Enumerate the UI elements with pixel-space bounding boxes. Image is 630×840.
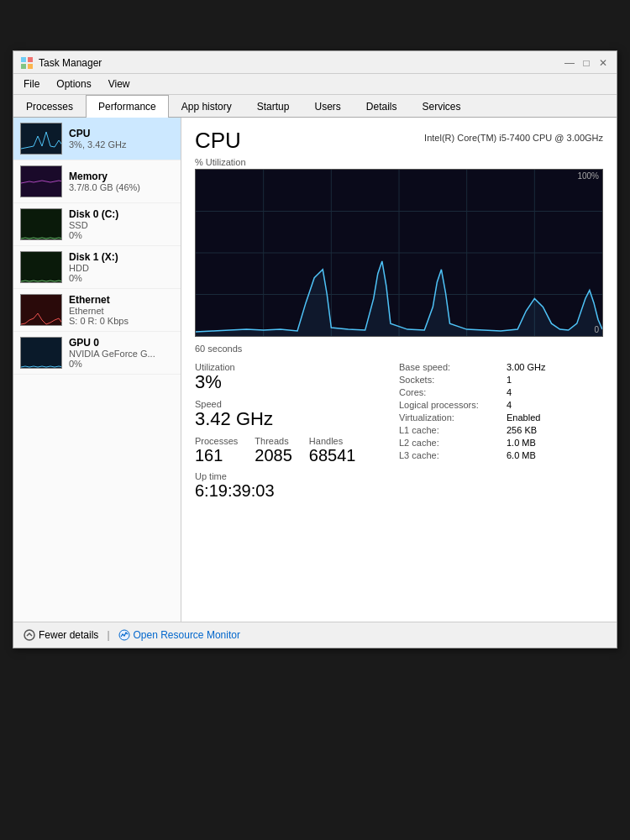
logical-key: Logical processors: bbox=[399, 400, 500, 410]
content-area: CPU 3%, 3.42 GHz Memory 3.7/8.0 GB (46%) bbox=[13, 118, 617, 622]
threads-stat: Threads 2085 bbox=[255, 436, 292, 465]
tab-users[interactable]: Users bbox=[302, 95, 353, 118]
svg-rect-3 bbox=[28, 64, 33, 69]
l2-key: L2 cache: bbox=[399, 438, 500, 448]
disk0-sub2: 0% bbox=[69, 230, 174, 240]
disk0-name: Disk 0 (C:) bbox=[69, 208, 174, 220]
divider: | bbox=[107, 629, 109, 641]
l3-val: 6.0 MB bbox=[507, 450, 536, 460]
speed-value: 3.42 GHz bbox=[195, 409, 399, 429]
tab-startup[interactable]: Startup bbox=[244, 95, 302, 118]
fewer-details-button[interactable]: Fewer details bbox=[24, 629, 98, 641]
panel-subtitle: Intel(R) Core(TM) i5-7400 CPU @ 3.00GHz bbox=[424, 128, 603, 143]
sidebar-item-memory[interactable]: Memory 3.7/8.0 GB (46%) bbox=[13, 160, 181, 203]
info-l3: L3 cache: 6.0 MB bbox=[399, 450, 603, 460]
cores-key: Cores: bbox=[399, 387, 500, 397]
info-logical: Logical processors: 4 bbox=[399, 400, 603, 410]
svg-rect-1 bbox=[28, 57, 33, 62]
threads-value: 2085 bbox=[255, 446, 292, 465]
gpu-sub2: 0% bbox=[69, 359, 174, 369]
util-label: % Utilization bbox=[195, 157, 603, 167]
sidebar-item-gpu[interactable]: GPU 0 NVIDIA GeForce G... 0% bbox=[13, 332, 181, 375]
chart-time-label: 60 seconds bbox=[195, 344, 603, 354]
maximize-button[interactable]: □ bbox=[580, 56, 593, 70]
l2-val: 1.0 MB bbox=[507, 438, 536, 448]
bottom-bar: Fewer details | Open Resource Monitor bbox=[13, 622, 617, 648]
open-resource-monitor-link[interactable]: Open Resource Monitor bbox=[118, 629, 240, 641]
utilization-value: 3% bbox=[195, 372, 399, 392]
l3-key: L3 cache: bbox=[399, 450, 500, 460]
utilization-label: Utilization bbox=[195, 362, 399, 372]
stats-left: Utilization 3% Speed 3.42 GHz Processes … bbox=[195, 362, 399, 503]
title-bar: Task Manager — □ ✕ bbox=[13, 51, 617, 74]
cpu-thumbnail bbox=[20, 123, 62, 155]
processes-value: 161 bbox=[195, 446, 238, 465]
speed-stat: Speed 3.42 GHz bbox=[195, 399, 399, 429]
sockets-val: 1 bbox=[507, 375, 512, 385]
utilization-stat: Utilization 3% bbox=[195, 362, 399, 392]
sidebar-item-cpu[interactable]: CPU 3%, 3.42 GHz bbox=[13, 118, 181, 160]
uptime-section: Up time 6:19:39:03 bbox=[195, 471, 399, 500]
tab-performance[interactable]: Performance bbox=[86, 95, 169, 118]
ethernet-sub1: Ethernet bbox=[69, 306, 174, 316]
gpu-sidebar-info: GPU 0 NVIDIA GeForce G... 0% bbox=[69, 337, 174, 369]
cpu-name: CPU bbox=[69, 128, 174, 139]
menu-file[interactable]: File bbox=[20, 76, 43, 92]
gpu-sub1: NVIDIA GeForce G... bbox=[69, 349, 174, 359]
info-l2: L2 cache: 1.0 MB bbox=[399, 438, 603, 448]
logical-val: 4 bbox=[507, 400, 512, 410]
info-cores: Cores: 4 bbox=[399, 387, 603, 397]
sidebar-item-disk0[interactable]: Disk 0 (C:) SSD 0% bbox=[13, 203, 181, 246]
processes-label: Processes bbox=[195, 436, 238, 446]
disk1-name: Disk 1 (X:) bbox=[69, 251, 174, 263]
cpu-sidebar-info: CPU 3%, 3.42 GHz bbox=[69, 128, 174, 150]
minimize-button[interactable]: — bbox=[563, 56, 576, 70]
threads-label: Threads bbox=[255, 436, 292, 446]
base-speed-key: Base speed: bbox=[399, 362, 500, 372]
virt-key: Virtualization: bbox=[399, 412, 500, 423]
uptime-value: 6:19:39:03 bbox=[195, 481, 399, 500]
info-base-speed: Base speed: 3.00 GHz bbox=[399, 362, 603, 372]
sidebar-item-ethernet[interactable]: Ethernet Ethernet S: 0 R: 0 Kbps bbox=[13, 289, 181, 332]
info-l1: L1 cache: 256 KB bbox=[399, 425, 603, 435]
tab-services[interactable]: Services bbox=[410, 95, 474, 118]
sidebar-item-disk1[interactable]: Disk 1 (X:) HDD 0% bbox=[13, 246, 181, 289]
chart-min-label: 0 bbox=[594, 325, 599, 334]
cpu-sub: 3%, 3.42 GHz bbox=[69, 139, 174, 150]
gpu-thumbnail bbox=[20, 337, 62, 369]
fewer-details-label: Fewer details bbox=[39, 629, 98, 641]
memory-sub: 3.7/8.0 GB (46%) bbox=[69, 182, 174, 192]
disk1-sub2: 0% bbox=[69, 273, 174, 283]
menu-bar: File Options View bbox=[13, 74, 617, 95]
open-monitor-label: Open Resource Monitor bbox=[134, 629, 240, 641]
sidebar: CPU 3%, 3.42 GHz Memory 3.7/8.0 GB (46%) bbox=[13, 118, 181, 622]
tab-app-history[interactable]: App history bbox=[169, 95, 244, 118]
handles-value: 68541 bbox=[309, 446, 356, 465]
close-button[interactable]: ✕ bbox=[596, 56, 610, 70]
tab-details[interactable]: Details bbox=[354, 95, 410, 118]
memory-sidebar-info: Memory 3.7/8.0 GB (46%) bbox=[69, 171, 174, 192]
memory-name: Memory bbox=[69, 171, 174, 182]
menu-view[interactable]: View bbox=[105, 76, 134, 92]
panel-header: CPU Intel(R) Core(TM) i5-7400 CPU @ 3.00… bbox=[195, 128, 603, 154]
ethernet-name: Ethernet bbox=[69, 294, 174, 306]
task-manager-window: Task Manager — □ ✕ File Options View Pro… bbox=[13, 50, 617, 648]
window-title: Task Manager bbox=[39, 57, 102, 69]
handles-stat: Handles 68541 bbox=[309, 436, 356, 465]
cpu-chart: 100% 0 bbox=[195, 169, 603, 337]
handles-label: Handles bbox=[309, 436, 356, 446]
disk1-sub1: HDD bbox=[69, 263, 174, 273]
ethernet-sidebar-info: Ethernet Ethernet S: 0 R: 0 Kbps bbox=[69, 294, 174, 326]
memory-thumbnail bbox=[20, 165, 62, 197]
panel-title: CPU bbox=[195, 128, 241, 154]
disk0-sub1: SSD bbox=[69, 220, 174, 230]
window-controls: — □ ✕ bbox=[563, 56, 610, 70]
base-speed-val: 3.00 GHz bbox=[507, 362, 545, 372]
menu-options[interactable]: Options bbox=[53, 76, 94, 92]
l1-key: L1 cache: bbox=[399, 425, 500, 435]
cpu-chart-svg bbox=[196, 170, 602, 336]
ethernet-sub2: S: 0 R: 0 Kbps bbox=[69, 316, 174, 326]
tab-processes[interactable]: Processes bbox=[13, 95, 86, 118]
uptime-label: Up time bbox=[195, 471, 399, 481]
processes-stat: Processes 161 bbox=[195, 436, 238, 465]
